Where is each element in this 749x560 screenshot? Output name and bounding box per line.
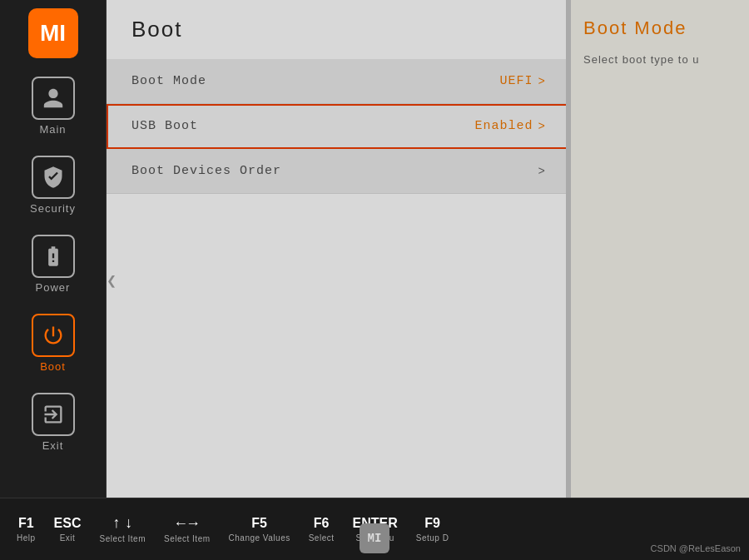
bottom-mi-text: MI (368, 532, 382, 545)
bottom-bar: F1 Help ESC Exit ↑↓ Select Item ←→ Selec… (0, 498, 749, 560)
key-esc-label: ESC (54, 516, 82, 531)
key-f6-desc: Select (309, 533, 335, 543)
key-f1: F1 Help (17, 516, 36, 543)
menu-item-usb-boot[interactable]: USB Boot Enabled > (107, 104, 571, 149)
watermark: CSDN @ReLesEason (651, 543, 741, 553)
exit-svg (42, 403, 65, 426)
battery-icon (32, 235, 75, 278)
usb-boot-chevron: > (538, 120, 546, 133)
sidebar-item-main[interactable]: Main (0, 67, 106, 146)
right-panel-title: Boot Mode (583, 17, 737, 41)
key-f9-desc: Setup D (416, 533, 449, 543)
exit-icon (32, 393, 75, 436)
sidebar-item-power-label: Power (36, 281, 71, 294)
mi-logo-text: MI (40, 20, 66, 47)
menu-item-boot-mode[interactable]: Boot Mode UEFI > (107, 59, 571, 104)
bottom-mi-logo: MI (360, 523, 389, 553)
power-icon (32, 314, 75, 357)
section-title: Boot (107, 17, 571, 42)
battery-svg (42, 245, 65, 268)
key-f5-label: F5 (251, 516, 267, 531)
boot-devices-order-chevron: > (538, 165, 546, 178)
key-leftright-desc: Select Item (164, 534, 211, 543)
mi-logo: MI (28, 8, 78, 58)
key-f5: F5 Change Values (229, 516, 290, 543)
shield-svg (42, 166, 65, 189)
sidebar-item-exit[interactable]: Exit (0, 383, 106, 462)
key-f6-label: F6 (314, 516, 330, 531)
boot-devices-order-label: Boot Devices Order (131, 164, 281, 178)
usb-boot-label: USB Boot (131, 119, 198, 133)
right-panel-description: Select boot type to u (583, 53, 737, 66)
menu-item-boot-devices-order[interactable]: Boot Devices Order > (107, 149, 571, 194)
arrow-updown-icon: ↑↓ (112, 515, 133, 532)
key-f5-desc: Change Values (229, 533, 290, 543)
right-panel: Boot Mode Select boot type to u (571, 0, 749, 516)
sidebar-item-exit-label: Exit (42, 439, 64, 452)
arrow-leftright-icon: ←→ (176, 515, 198, 532)
key-updown-desc: Select Item (99, 534, 146, 543)
key-f9: F9 Setup D (416, 516, 449, 543)
usb-boot-value: Enabled > (475, 119, 546, 133)
key-f1-desc: Help (17, 533, 36, 543)
boot-mode-value: UEFI > (500, 74, 546, 88)
key-arrows-updown: ↑↓ Select Item (99, 515, 146, 543)
power-svg (42, 324, 65, 347)
bottom-mi-logo-container: MI (360, 523, 389, 553)
sidebar-item-security-label: Security (30, 202, 76, 215)
sidebar-item-main-label: Main (39, 123, 66, 136)
key-f1-label: F1 (18, 516, 34, 531)
chevron-left-icon[interactable]: ❮ (107, 270, 117, 290)
sidebar: MI Main Security Power (0, 0, 107, 560)
shield-icon (32, 156, 75, 199)
boot-mode-chevron: > (538, 75, 546, 88)
key-esc: ESC Exit (54, 516, 82, 543)
main-content: Boot Boot Mode UEFI > USB Boot Enabled >… (107, 0, 571, 516)
boot-devices-order-value: > (533, 165, 546, 178)
key-arrows-leftright: ←→ Select Item (164, 515, 211, 543)
boot-mode-label: Boot Mode (131, 74, 206, 88)
sidebar-item-boot-label: Boot (40, 360, 66, 373)
key-f6: F6 Select (309, 516, 335, 543)
person-icon (32, 77, 75, 120)
sidebar-item-security[interactable]: Security (0, 146, 106, 225)
key-f9-label: F9 (424, 516, 440, 531)
key-esc-desc: Exit (60, 533, 76, 543)
sidebar-item-power[interactable]: Power (0, 225, 106, 304)
sidebar-item-boot[interactable]: Boot (0, 304, 106, 383)
person-svg (42, 87, 65, 110)
